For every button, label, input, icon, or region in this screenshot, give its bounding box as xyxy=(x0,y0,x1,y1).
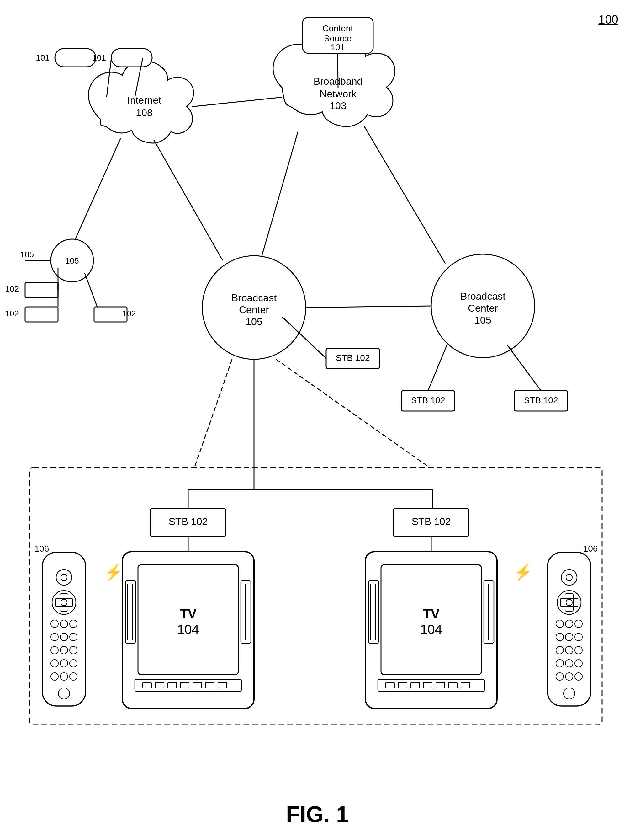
line-broadband-bc1 xyxy=(262,132,298,256)
bc2-label-1: Broadcast xyxy=(460,291,506,302)
line-internet-hub xyxy=(75,138,121,239)
remote-right xyxy=(547,552,591,706)
tv-right-label-1: TV xyxy=(423,606,440,621)
ref-102b: 102 xyxy=(5,309,19,318)
line-internet-bc1 xyxy=(154,140,223,261)
tv-right-label-2: 104 xyxy=(420,622,442,637)
ref-102c: 102 xyxy=(122,309,136,318)
content-source-label-2: Source xyxy=(324,33,352,43)
line-internet-broadband xyxy=(192,97,282,107)
bc1-label-2: Center xyxy=(239,304,269,315)
fig-label: FIG. 1 xyxy=(286,802,349,827)
internet-num: 108 xyxy=(136,107,153,118)
broadcast-center-1: Broadcast Center 105 xyxy=(202,256,306,359)
tv-right: TV 104 xyxy=(365,552,497,709)
svg-rect-50 xyxy=(43,552,86,706)
bc2-num: 105 xyxy=(474,314,491,326)
tv-left-label-2: 104 xyxy=(177,622,199,637)
line-hub-device3 xyxy=(85,273,97,307)
hub-num: 105 xyxy=(65,256,79,265)
broadcast-center-2: Broadcast Center 105 xyxy=(431,254,535,358)
tv-left-label-1: TV xyxy=(180,606,197,621)
line-bc1-expand-right xyxy=(276,359,430,467)
hub-circle: 105 xyxy=(51,239,93,282)
expanded-view-box xyxy=(30,467,602,725)
broadband-num: 103 xyxy=(329,100,346,111)
internet-label: Internet xyxy=(127,95,161,106)
node-101a xyxy=(55,49,96,67)
svg-rect-9 xyxy=(25,283,58,297)
content-source-box: Content Source 101 xyxy=(303,17,373,53)
ref-101a: 101 xyxy=(36,53,50,62)
line-content-broadband xyxy=(338,53,338,88)
device-102a xyxy=(25,283,58,297)
bc1-label-1: Broadcast xyxy=(232,292,277,303)
content-source-num: 101 xyxy=(331,43,345,52)
svg-rect-10 xyxy=(25,307,58,322)
line-bc2-stb-right xyxy=(507,345,541,391)
tv-left: TV 104 xyxy=(122,552,254,709)
internet-cloud: Internet 108 xyxy=(88,61,194,143)
content-source-label-1: Content xyxy=(322,24,353,33)
diagram-container: 100 Internet 108 Broadband Network 103 C… xyxy=(0,0,635,840)
line-broadband-bc2 xyxy=(364,126,445,264)
remote-left xyxy=(43,552,86,706)
line-bc1-expand-left xyxy=(194,359,232,467)
stb-expand-left-label: STB 102 xyxy=(169,516,208,527)
stb-102-upper: STB 102 xyxy=(326,348,380,369)
lightning-left: ⚡ xyxy=(104,563,123,581)
hub-ref: 105 xyxy=(20,250,34,259)
device-102b xyxy=(25,307,58,322)
remote-left-label: 106 xyxy=(35,544,49,554)
stb-upper-label: STB 102 xyxy=(336,353,370,363)
line-bc2-stb-left xyxy=(428,345,447,391)
stb-102-bc2-right: STB 102 xyxy=(514,391,567,411)
stb-expand-right: STB 102 xyxy=(394,508,469,537)
ref-101b: 101 xyxy=(93,53,106,62)
remote-right-label: 106 xyxy=(583,544,598,554)
svg-rect-2 xyxy=(111,49,152,67)
stb-expand-left: STB 102 xyxy=(151,508,226,537)
bc1-num: 105 xyxy=(246,316,262,327)
bc2-label-2: Center xyxy=(468,303,498,314)
diagram-number: 100 xyxy=(598,13,618,26)
line-bc1-bc2 xyxy=(306,306,431,308)
stb-102-bc2-left: STB 102 xyxy=(402,391,455,411)
stb-bc2-left-label: STB 102 xyxy=(411,395,445,405)
stb-expand-right-label: STB 102 xyxy=(412,516,451,527)
lightning-right: ⚡ xyxy=(514,563,533,581)
stb-bc2-right-label: STB 102 xyxy=(524,395,558,405)
node-101b xyxy=(111,49,152,67)
broadband-label-2: Network xyxy=(320,88,356,99)
ref-102a: 102 xyxy=(5,284,19,294)
svg-rect-1 xyxy=(55,49,96,67)
svg-rect-73 xyxy=(547,552,591,706)
